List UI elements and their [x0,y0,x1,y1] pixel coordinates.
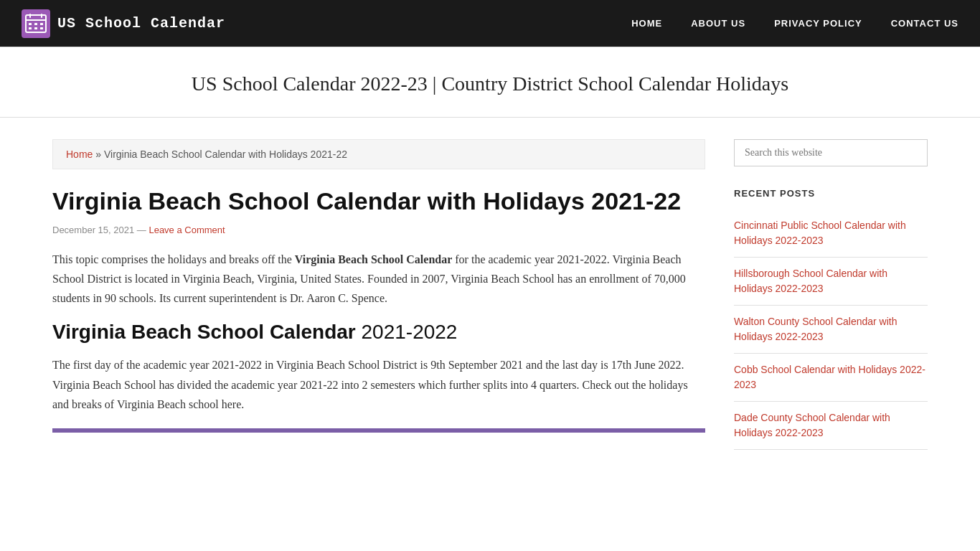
svg-rect-6 [34,23,37,25]
article-title: Virginia Beach School Calendar with Holi… [52,187,705,216]
nav-links: HOME ABOUT US PRIVACY POLICY CONTACT US [631,18,958,29]
top-navigation: US School Calendar HOME ABOUT US PRIVACY… [0,0,980,47]
svg-rect-3 [29,14,31,18]
breadcrumb: Home » Virginia Beach School Calendar wi… [52,139,705,169]
recent-posts-section: RECENT POSTS Cincinnati Public School Ca… [734,188,928,450]
svg-rect-10 [40,27,43,29]
recent-post-link-2[interactable]: Hillsborough School Calendar with Holida… [734,268,887,294]
svg-rect-8 [29,27,32,29]
nav-privacy[interactable]: PRIVACY POLICY [774,18,862,29]
logo-text: US School Calendar [57,15,225,32]
nav-about[interactable]: ABOUT US [691,18,745,29]
article-paragraph-2: The first day of the academic year 2021-… [52,355,705,414]
article-paragraph-1: This topic comprises the holidays and br… [52,250,705,309]
list-item: Dade County School Calendar with Holiday… [734,402,928,450]
search-box [734,139,928,166]
svg-rect-5 [29,23,32,25]
article-body: This topic comprises the holidays and br… [52,250,705,414]
article-subheading: Virginia Beach School Calendar 2021-2022 [52,321,705,344]
breadcrumb-current: Virginia Beach School Calendar with Holi… [104,149,347,160]
site-title: US School Calendar 2022-23 | Country Dis… [14,72,966,95]
recent-post-link-4[interactable]: Cobb School Calendar with Holidays 2022-… [734,364,925,390]
content-wrapper: Home » Virginia Beach School Calendar wi… [31,118,949,450]
recent-posts-heading: RECENT POSTS [734,188,928,199]
search-input[interactable] [734,139,928,166]
subheading-bold: Virginia Beach School Calendar [52,321,356,343]
paragraph1-prefix: This topic comprises the holidays and br… [52,253,295,265]
article-meta: December 15, 2021 — Leave a Comment [52,225,705,235]
nav-home[interactable]: HOME [631,18,662,29]
recent-post-link-1[interactable]: Cincinnati Public School Calendar with H… [734,220,906,246]
nav-contact[interactable]: CONTACT US [891,18,958,29]
svg-rect-2 [26,19,46,21]
main-content: Home » Virginia Beach School Calendar wi… [52,139,705,450]
article-date: December 15, 2021 [52,225,134,235]
list-item: Walton County School Calendar with Holid… [734,306,928,354]
recent-post-link-5[interactable]: Dade County School Calendar with Holiday… [734,412,890,438]
list-item: Cobb School Calendar with Holidays 2022-… [734,354,928,402]
sidebar: RECENT POSTS Cincinnati Public School Ca… [734,139,928,450]
comment-link[interactable]: Leave a Comment [149,225,225,235]
svg-rect-7 [40,23,43,25]
breadcrumb-separator: » [93,149,104,160]
recent-post-link-3[interactable]: Walton County School Calendar with Holid… [734,316,897,342]
breadcrumb-home-link[interactable]: Home [66,149,93,160]
article-meta-separator: — [134,225,149,235]
list-item: Cincinnati Public School Calendar with H… [734,209,928,258]
logo-icon [22,9,50,38]
subheading-normal: 2021-2022 [356,321,458,343]
svg-rect-4 [41,14,42,18]
article: Virginia Beach School Calendar with Holi… [52,187,705,433]
list-item: Hillsborough School Calendar with Holida… [734,258,928,306]
site-title-bar: US School Calendar 2022-23 | Country Dis… [0,47,980,118]
logo-link[interactable]: US School Calendar [22,9,225,38]
svg-rect-9 [34,27,37,29]
article-divider [52,428,705,433]
paragraph1-bold: Virginia Beach School Calendar [295,253,452,265]
